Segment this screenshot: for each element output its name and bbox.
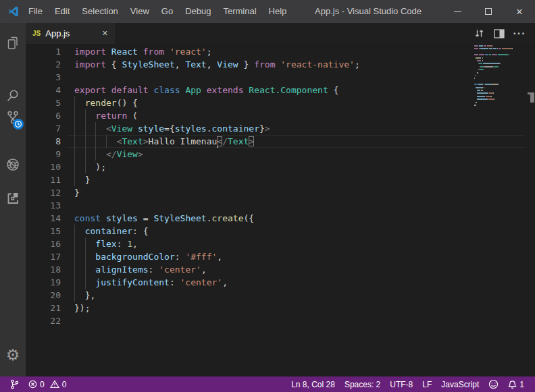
minimap-line bbox=[474, 57, 483, 59]
line-number-17[interactable]: 17 bbox=[26, 250, 61, 263]
notification-count: 1 bbox=[519, 380, 524, 389]
notifications-bell[interactable]: 1 bbox=[503, 376, 529, 392]
minimap[interactable] bbox=[473, 45, 526, 126]
error-count: 0 bbox=[40, 380, 45, 389]
line-number-3[interactable]: 3 bbox=[26, 71, 61, 84]
line-number-12[interactable]: 12 bbox=[26, 186, 61, 199]
line-number-8[interactable]: 8 bbox=[26, 135, 61, 148]
menu-bar: FileEditSelectionViewGoDebugTerminalHelp bbox=[22, 0, 292, 23]
line-number-22[interactable]: 22 bbox=[26, 314, 61, 327]
minimap-line bbox=[474, 102, 477, 103]
menu-file[interactable]: File bbox=[22, 0, 49, 23]
code-line-16[interactable]: flex: 1, bbox=[74, 237, 474, 250]
source-control-icon[interactable] bbox=[0, 103, 26, 132]
menu-view[interactable]: View bbox=[124, 0, 155, 23]
line-number-1[interactable]: 1 bbox=[26, 45, 61, 58]
language-mode[interactable]: JavaScript bbox=[436, 376, 484, 392]
line-number-6[interactable]: 6 bbox=[26, 109, 61, 122]
line-number-16[interactable]: 16 bbox=[26, 237, 61, 250]
menu-go[interactable]: Go bbox=[155, 0, 179, 23]
encoding-indicator[interactable]: UTF-8 bbox=[385, 376, 417, 392]
cursor-position[interactable]: Ln 8, Col 28 bbox=[286, 376, 340, 392]
line-number-5[interactable]: 5 bbox=[26, 96, 61, 109]
code-line-6[interactable]: return ( bbox=[74, 109, 474, 122]
problems-indicator[interactable]: 0 0 bbox=[24, 376, 71, 392]
code-line-20[interactable]: }, bbox=[74, 289, 474, 302]
code-line-17[interactable]: backgroundColor: '#fff', bbox=[74, 250, 474, 263]
code-line-14[interactable]: const styles = StyleSheet.create({ bbox=[74, 212, 474, 225]
minimap-line bbox=[474, 99, 494, 100]
debug-icon[interactable] bbox=[0, 150, 26, 179]
tab-appjs[interactable]: JS App.js ✕ bbox=[26, 23, 115, 44]
minimap-line bbox=[474, 60, 483, 61]
code-line-22[interactable] bbox=[74, 314, 474, 327]
code-line-19[interactable]: justifyContent: 'center', bbox=[74, 276, 474, 289]
split-editor-icon[interactable] bbox=[489, 23, 509, 44]
line-number-15[interactable]: 15 bbox=[26, 225, 61, 237]
menu-help[interactable]: Help bbox=[263, 0, 293, 23]
minimap-line bbox=[474, 45, 492, 47]
code-line-4[interactable]: export default class App extends React.C… bbox=[74, 84, 474, 96]
code-line-11[interactable]: } bbox=[74, 173, 474, 186]
code-line-10[interactable]: ); bbox=[74, 161, 474, 173]
minimap-line bbox=[474, 92, 494, 94]
maximize-button[interactable] bbox=[473, 0, 504, 23]
minimap-line bbox=[474, 84, 499, 85]
window-title: App.js - Visual Studio Code bbox=[315, 0, 422, 23]
code-line-18[interactable]: alignItems: 'center', bbox=[74, 263, 474, 276]
line-number-7[interactable]: 7 bbox=[26, 122, 61, 135]
feedback-smiley-icon[interactable] bbox=[484, 376, 503, 392]
code-line-2[interactable]: import { StyleSheet, Text, View } from '… bbox=[74, 58, 474, 71]
line-number-4[interactable]: 4 bbox=[26, 84, 61, 96]
code-line-5[interactable]: render() { bbox=[74, 96, 474, 109]
indentation-indicator[interactable]: Spaces: 2 bbox=[340, 376, 385, 392]
javascript-file-icon: JS bbox=[32, 30, 41, 37]
line-number-18[interactable]: 18 bbox=[26, 263, 61, 276]
code-line-7[interactable]: <View style={styles.container}> bbox=[74, 122, 474, 135]
code-line-21[interactable]: }); bbox=[74, 302, 474, 314]
code-line-12[interactable]: } bbox=[74, 186, 474, 199]
close-button[interactable]: ✕ bbox=[504, 0, 535, 23]
editor-actions: ··· bbox=[469, 23, 530, 44]
code-line-9[interactable]: </View> bbox=[74, 148, 474, 161]
title-bar: FileEditSelectionViewGoDebugTerminalHelp… bbox=[0, 0, 535, 23]
maximize-icon bbox=[485, 8, 492, 15]
menu-selection[interactable]: Selection bbox=[76, 0, 124, 23]
close-icon: ✕ bbox=[516, 7, 524, 17]
code-line-3[interactable] bbox=[74, 71, 474, 84]
vertical-scrollbar[interactable] bbox=[526, 44, 535, 376]
overview-ruler-handle bbox=[530, 94, 534, 103]
more-actions-icon[interactable]: ··· bbox=[509, 23, 530, 44]
settings-gear-icon[interactable]: ⚙ bbox=[0, 340, 26, 370]
line-number-20[interactable]: 20 bbox=[26, 289, 61, 302]
menu-edit[interactable]: Edit bbox=[49, 0, 76, 23]
line-number-2[interactable]: 2 bbox=[26, 58, 61, 71]
tab-close-icon[interactable]: ✕ bbox=[97, 29, 108, 38]
explorer-icon[interactable] bbox=[0, 28, 26, 58]
open-changes-icon[interactable] bbox=[469, 23, 489, 44]
code-line-13[interactable] bbox=[74, 199, 474, 212]
line-number-11[interactable]: 11 bbox=[26, 173, 61, 186]
git-branch-indicator[interactable] bbox=[5, 376, 24, 392]
code-line-1[interactable]: import React from 'react'; bbox=[74, 45, 474, 58]
line-number-13[interactable]: 13 bbox=[26, 199, 61, 212]
tab-bar: JS App.js ✕ ··· bbox=[26, 23, 535, 44]
line-number-10[interactable]: 10 bbox=[26, 161, 61, 173]
minimap-line bbox=[474, 87, 484, 88]
minimap-line bbox=[474, 105, 476, 106]
minimap-line bbox=[474, 90, 483, 91]
code-line-15[interactable]: container: { bbox=[74, 225, 474, 237]
extensions-icon[interactable] bbox=[0, 184, 26, 213]
eol-indicator[interactable]: LF bbox=[417, 376, 436, 392]
code-editor[interactable]: 12345678910111213141516171819202122 impo… bbox=[26, 44, 535, 376]
line-number-9[interactable]: 9 bbox=[26, 148, 61, 161]
line-number-14[interactable]: 14 bbox=[26, 212, 61, 225]
code-line-8[interactable]: <Text>Hallo Ilmenau</Text> bbox=[74, 135, 474, 148]
line-number-19[interactable]: 19 bbox=[26, 276, 61, 289]
window-controls: ✕ bbox=[442, 0, 535, 23]
line-number-21[interactable]: 21 bbox=[26, 302, 61, 314]
minimize-button[interactable] bbox=[442, 0, 473, 23]
tab-label: App.js bbox=[45, 28, 97, 38]
menu-debug[interactable]: Debug bbox=[179, 0, 217, 23]
menu-terminal[interactable]: Terminal bbox=[217, 0, 262, 23]
